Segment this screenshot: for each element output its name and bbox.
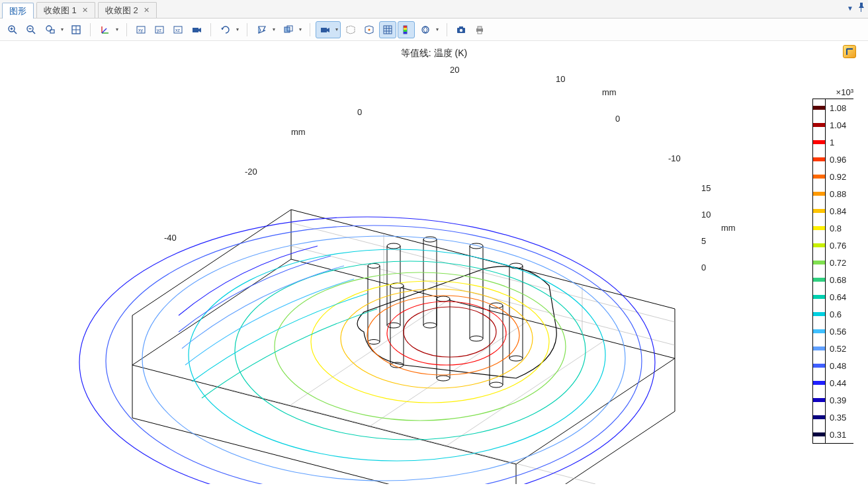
pin-icon[interactable]	[857, 3, 865, 14]
legend-entry: 0.44	[812, 374, 853, 391]
svg-point-98	[79, 217, 655, 484]
legend-value: 0.72	[830, 258, 853, 268]
svg-rect-44	[478, 26, 482, 29]
legend-value: 0.64	[830, 292, 853, 302]
z-axis-unit: mm	[721, 223, 736, 233]
z-tick: 5	[701, 236, 706, 246]
transparency-button[interactable]	[279, 21, 304, 38]
svg-point-95	[189, 249, 605, 461]
legend-value: 0.76	[830, 241, 853, 251]
scene-light-button[interactable]	[253, 21, 278, 38]
zoom-box-button[interactable]	[41, 21, 66, 38]
selection-mode-button[interactable]	[316, 21, 341, 38]
separator	[90, 23, 91, 36]
svg-point-71	[509, 356, 523, 361]
zoom-out-button[interactable]	[22, 21, 40, 38]
view-xz-button[interactable]: xz	[169, 21, 187, 38]
close-icon[interactable]: ✕	[144, 6, 150, 15]
legend-value: 1	[830, 138, 853, 147]
graphics-canvas[interactable]: 等值线: 温度 (K)	[0, 41, 868, 488]
legend-swatch	[812, 168, 826, 185]
legend-entry: 0.48	[812, 357, 853, 374]
svg-point-56	[387, 243, 400, 249]
aperture-button[interactable]	[416, 21, 441, 38]
svg-point-92	[311, 281, 549, 403]
legend-swatch	[812, 323, 826, 340]
legend-swatch	[812, 374, 826, 391]
view-xy-button[interactable]: xy	[132, 21, 150, 38]
svg-rect-35	[404, 26, 407, 28]
x-tick: 0	[357, 107, 362, 117]
svg-point-76	[437, 296, 450, 302]
svg-rect-36	[404, 28, 407, 30]
svg-rect-29	[384, 26, 392, 34]
legend-entry: 0.64	[812, 288, 853, 305]
separator	[210, 23, 211, 36]
legend-entry: 0.8	[812, 220, 853, 237]
go-default-view-button[interactable]	[96, 21, 121, 38]
legend-toggle-button[interactable]	[398, 21, 415, 38]
legend-value: 0.68	[830, 275, 853, 285]
separator	[247, 23, 247, 36]
legend-value: 0.6	[830, 309, 853, 319]
svg-rect-37	[404, 30, 407, 32]
grid-toggle-button[interactable]	[379, 21, 396, 38]
legend-entry: 0.76	[812, 237, 853, 254]
print-button[interactable]	[471, 21, 488, 38]
camera-view-button[interactable]	[188, 21, 205, 38]
panel-menu-icon[interactable]: ▼	[847, 5, 853, 12]
z-tick: 0	[701, 263, 706, 272]
tab-graphics[interactable]: 图形	[2, 3, 34, 19]
separator	[447, 23, 447, 36]
svg-text:xy: xy	[138, 28, 144, 33]
legend-swatch	[812, 426, 826, 443]
legend-swatch	[812, 288, 826, 305]
legend-entry: 0.56	[812, 323, 853, 340]
legend-swatch	[812, 409, 826, 426]
snapshot-button[interactable]	[453, 21, 470, 38]
svg-line-50	[447, 340, 605, 446]
legend-swatch	[812, 340, 826, 357]
tab-convergence-2[interactable]: 收敛图 2 ✕	[98, 2, 157, 18]
legend-entry: 1.04	[812, 116, 853, 134]
legend-entry: 0.88	[812, 185, 853, 202]
z-tick: 10	[701, 210, 711, 220]
zoom-in-button[interactable]	[4, 21, 21, 38]
close-icon[interactable]: ✕	[82, 6, 88, 15]
tab-convergence-1[interactable]: 收敛图 1 ✕	[36, 2, 95, 18]
legend-value: 0.8	[830, 224, 853, 233]
y-tick: 10	[556, 74, 565, 84]
svg-point-67	[470, 336, 483, 341]
legend-entry: 0.31	[812, 426, 853, 443]
tab-label: 图形	[9, 5, 26, 17]
hide-button[interactable]	[342, 21, 359, 38]
comsol-logo-icon	[843, 45, 856, 58]
separator	[310, 23, 310, 36]
plot-scene	[7, 48, 754, 484]
legend-swatch	[812, 357, 826, 374]
legend-value: 0.31	[830, 430, 853, 440]
svg-point-89	[387, 302, 506, 365]
show-button[interactable]	[361, 21, 378, 38]
view-yz-button[interactable]: yz	[151, 21, 168, 38]
legend-swatch	[812, 185, 826, 202]
rotate-button[interactable]	[216, 21, 241, 38]
legend-value: 0.92	[830, 172, 853, 182]
legend-entry: 0.84	[812, 202, 853, 220]
legend-swatch	[812, 305, 826, 323]
legend-exponent: ×10³	[812, 87, 853, 97]
svg-point-79	[437, 376, 450, 381]
legend-entry: 0.68	[812, 271, 853, 288]
legend-swatch	[812, 116, 826, 134]
tab-bar: 图形 收敛图 1 ✕ 收敛图 2 ✕ ▼	[0, 0, 868, 19]
legend-entry: 0.92	[812, 168, 853, 185]
legend-entry: 0.35	[812, 409, 853, 426]
legend-entry: 0.6	[812, 305, 853, 323]
y-tick: -10	[668, 153, 681, 163]
legend-entry: 0.96	[812, 151, 853, 168]
legend-swatch	[812, 391, 826, 409]
color-legend: ×10³ 1.081.0410.960.920.880.840.80.760.7…	[812, 87, 853, 444]
zoom-extents-button[interactable]	[67, 21, 85, 38]
legend-value: 1.04	[830, 120, 853, 130]
legend-value: 0.56	[830, 327, 853, 337]
